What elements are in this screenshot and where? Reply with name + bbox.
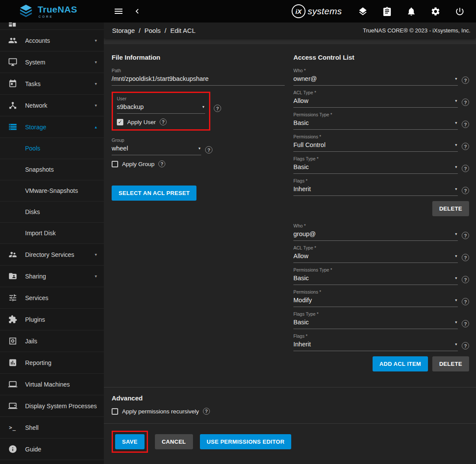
- save-button[interactable]: SAVE: [115, 434, 145, 449]
- permissions-select[interactable]: Permissions * Full Control▼: [293, 134, 458, 152]
- red-highlight-box: User s9backup▼ ✓ Apply User ?: [112, 92, 210, 131]
- acl-type-select[interactable]: ACL Type * Allow▼: [293, 245, 458, 263]
- delete-acl-item-button[interactable]: DELETE: [432, 201, 469, 216]
- ix-circle-mark: iX: [292, 4, 306, 18]
- delete-acl-item-button[interactable]: DELETE: [432, 356, 469, 371]
- breadcrumb-pools[interactable]: Pools: [145, 27, 161, 34]
- help-icon[interactable]: ?: [462, 165, 469, 172]
- sidebar-item-tasks[interactable]: Tasks ▾: [0, 73, 104, 95]
- help-icon[interactable]: ?: [462, 232, 469, 239]
- help-icon[interactable]: ?: [462, 254, 469, 261]
- chevron-left-icon: [132, 6, 142, 16]
- form-actions: SAVE CANCEL USE PERMISSIONS EDITOR: [112, 431, 469, 453]
- apply-recursively-checkbox[interactable]: [112, 408, 118, 415]
- help-icon[interactable]: ?: [205, 146, 212, 154]
- cancel-button[interactable]: CANCEL: [155, 434, 193, 449]
- who-select[interactable]: Who * owner@▼: [293, 68, 458, 86]
- help-icon[interactable]: ?: [462, 99, 469, 106]
- apply-user-checkbox[interactable]: ✓: [117, 119, 123, 125]
- flags-select[interactable]: Flags * Inherit▼: [293, 333, 458, 351]
- help-icon[interactable]: ?: [462, 320, 469, 327]
- collapse-nav-button[interactable]: [131, 5, 144, 18]
- help-icon[interactable]: ?: [462, 298, 469, 305]
- truecommand-button[interactable]: [356, 5, 370, 18]
- dropdown-arrow-icon: ▼: [454, 99, 458, 103]
- select-acl-preset-button[interactable]: SELECT AN ACL PRESET: [112, 186, 196, 201]
- copyright-text: TrueNAS CORE® © 2023 - iXsystems, Inc.: [363, 27, 470, 34]
- user-label: User: [117, 96, 205, 101]
- add-acl-item-button[interactable]: ADD ACL ITEM: [373, 356, 428, 371]
- sidebar-item-jails[interactable]: Jails: [0, 330, 104, 352]
- power-button[interactable]: [453, 5, 466, 18]
- access-control-list-section: Access Control List Who * owner@▼ ? ACL …: [293, 54, 469, 378]
- acl-type-select[interactable]: ACL Type * Allow▼: [293, 90, 458, 108]
- menu-toggle-button[interactable]: [112, 4, 125, 18]
- sidebar-item-network[interactable]: Network ▾: [0, 95, 104, 116]
- sidebar-item-disks[interactable]: Disks: [0, 202, 104, 223]
- breadcrumb-storage[interactable]: Storage: [112, 27, 135, 34]
- apply-group-checkbox[interactable]: [112, 161, 118, 167]
- sidebar-item-plugins[interactable]: Plugins: [0, 309, 104, 330]
- edit-acl-card: File Information Path /mnt/zpooldisk1/st…: [104, 44, 476, 464]
- layers-icon: [358, 6, 368, 16]
- jails-cell-icon: [8, 336, 17, 346]
- dropdown-arrow-icon: ▼: [198, 147, 201, 150]
- sidebar-item-virtual-machines[interactable]: Virtual Machines: [0, 374, 104, 395]
- chevron-down-icon: ▾: [95, 38, 97, 43]
- sidebar-item-reporting[interactable]: Reporting: [0, 352, 104, 374]
- permissions-type-select[interactable]: Permissions Type * Basic▼: [293, 112, 458, 130]
- clipboard-icon: [382, 6, 392, 16]
- sidebar-item-sharing[interactable]: Sharing ▾: [0, 266, 104, 287]
- help-icon[interactable]: ?: [160, 118, 167, 125]
- help-icon[interactable]: ?: [203, 408, 210, 415]
- who-select[interactable]: Who * group@▼: [293, 223, 458, 241]
- flags-type-select[interactable]: Flags Type * Basic▼: [293, 156, 458, 174]
- flags-select[interactable]: Flags * Inherit▼: [293, 178, 458, 196]
- hamburger-icon: [113, 6, 124, 16]
- sharing-folder-icon: [8, 272, 17, 281]
- main-content: File Information Path /mnt/zpooldisk1/st…: [104, 38, 476, 464]
- flags-type-select[interactable]: Flags Type * Basic▼: [293, 311, 458, 329]
- use-permissions-editor-button[interactable]: USE PERMISSIONS EDITOR: [200, 434, 292, 449]
- sidebar-item-import-disk[interactable]: Import Disk: [0, 223, 104, 244]
- permissions-type-select[interactable]: Permissions Type * Basic▼: [293, 267, 458, 285]
- permissions-select[interactable]: Permissions * Modify▼: [293, 289, 458, 307]
- task-manager-button[interactable]: [380, 5, 394, 18]
- sidebar-item-dashboard[interactable]: [0, 22, 104, 30]
- help-icon[interactable]: ?: [158, 160, 165, 167]
- sidebar-item-system[interactable]: System ▾: [0, 51, 104, 73]
- help-icon[interactable]: ?: [462, 187, 469, 194]
- sidebar-item-directory-services[interactable]: Directory Services ▾: [0, 244, 104, 266]
- help-icon[interactable]: ?: [462, 342, 469, 349]
- sidebar-item-services[interactable]: Services: [0, 287, 104, 309]
- sidebar-item-accounts[interactable]: Accounts ▾: [0, 30, 104, 51]
- ixsystems-logo: iX systems: [292, 4, 342, 18]
- dropdown-arrow-icon: ▼: [454, 342, 458, 346]
- sidebar-item-display-system-processes[interactable]: Display System Processes: [0, 395, 104, 417]
- settings-button[interactable]: [429, 5, 442, 18]
- help-icon[interactable]: ?: [462, 276, 469, 283]
- help-icon[interactable]: ?: [214, 105, 221, 112]
- sidebar-item-vmware-snapshots[interactable]: VMware-Snapshots: [0, 180, 104, 202]
- sidebar-item-pools[interactable]: Pools: [0, 138, 104, 159]
- sidebar-item-guide[interactable]: Guide: [0, 438, 104, 460]
- path-field[interactable]: Path /mnt/zpooldisk1/start9backupshare: [112, 68, 285, 86]
- group-select[interactable]: Group wheel▼: [112, 138, 201, 155]
- dropdown-arrow-icon: ▼: [454, 187, 458, 191]
- storage-submenu: Pools Snapshots VMware-Snapshots Disks I…: [0, 138, 104, 244]
- brand-name: TrueNAS: [38, 5, 77, 14]
- truenas-logo[interactable]: TrueNAS CORE: [0, 3, 102, 19]
- help-icon[interactable]: ?: [462, 143, 469, 150]
- user-select[interactable]: User s9backup▼: [117, 96, 205, 114]
- system-monitor-icon: [8, 58, 17, 67]
- dropdown-arrow-icon: ▼: [454, 143, 458, 147]
- sidebar-item-shell[interactable]: >_ Shell: [0, 417, 104, 438]
- notifications-button[interactable]: [405, 5, 418, 18]
- gear-icon: [431, 6, 441, 16]
- help-icon[interactable]: ?: [462, 121, 469, 128]
- chevron-down-icon: ▾: [95, 60, 97, 64]
- sidebar-item-snapshots[interactable]: Snapshots: [0, 159, 104, 180]
- advanced-section: Advanced Apply permissions recursively ?: [112, 387, 469, 415]
- sidebar-item-storage[interactable]: Storage ▴: [0, 116, 104, 138]
- help-icon[interactable]: ?: [462, 77, 469, 84]
